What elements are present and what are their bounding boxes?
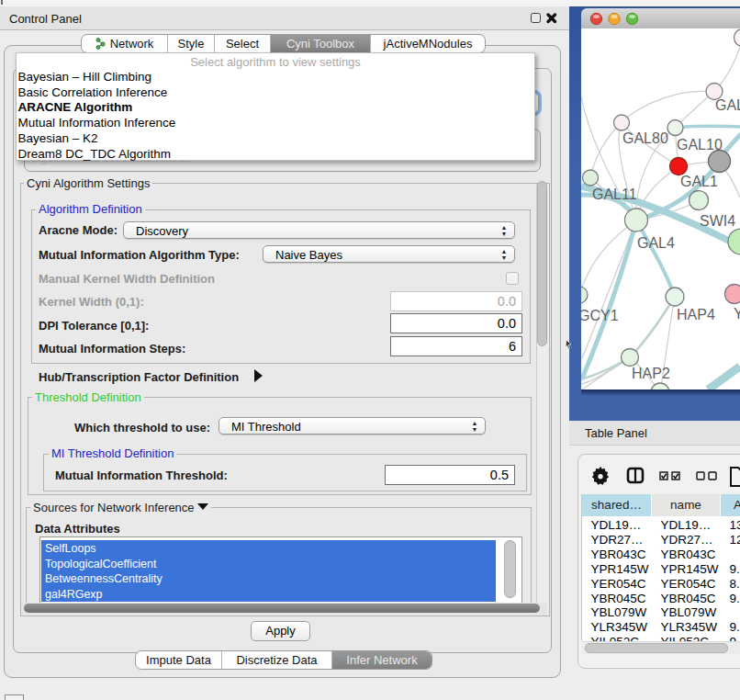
svg-text:GAL4: GAL4 — [637, 235, 675, 251]
svg-text:GAL80: GAL80 — [622, 130, 668, 146]
svg-text:GAL1: GAL1 — [680, 174, 718, 189]
svg-text:HAP2: HAP2 — [632, 366, 670, 381]
svg-text:HAP4: HAP4 — [677, 307, 715, 322]
svg-text:GAL11: GAL11 — [592, 186, 637, 202]
svg-text:GAL10: GAL10 — [677, 137, 723, 152]
svg-text:GAL: GAL — [715, 97, 740, 113]
svg-text:SWI4: SWI4 — [700, 213, 735, 229]
svg-text:Y: Y — [734, 306, 740, 322]
svg-text:GCY1: GCY1 — [581, 308, 619, 323]
